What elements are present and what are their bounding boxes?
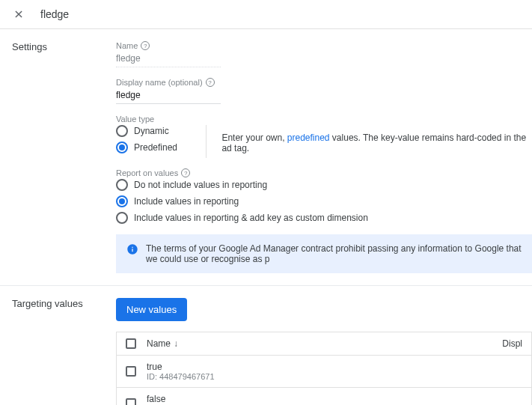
column-name[interactable]: Name ↓ xyxy=(147,338,502,349)
header: fledge xyxy=(0,0,532,29)
targeting-section: Targeting values New values Name ↓ Displ… xyxy=(0,286,532,405)
radio-label: Predefined xyxy=(134,142,177,153)
radio-icon xyxy=(116,125,128,137)
radio-icon xyxy=(116,195,128,207)
sort-down-icon: ↓ xyxy=(174,338,178,349)
info-icon xyxy=(126,243,138,255)
value-type-group: Value type Dynamic Predefined Enter your… xyxy=(116,115,532,158)
info-text: The terms of your Google Ad Manager cont… xyxy=(146,243,522,264)
row-checkbox[interactable] xyxy=(126,398,136,405)
column-display[interactable]: Displ xyxy=(502,338,522,349)
close-icon[interactable] xyxy=(12,7,25,21)
select-all-checkbox[interactable] xyxy=(126,338,136,349)
help-icon[interactable]: ? xyxy=(206,78,215,87)
radio-icon xyxy=(116,179,128,191)
radio-label: Dynamic xyxy=(134,126,169,136)
report-custom[interactable]: Include values in reporting & add key as… xyxy=(116,212,532,224)
value-type-dynamic[interactable]: Dynamic xyxy=(116,125,198,137)
report-none[interactable]: Do not include values in reporting xyxy=(116,179,532,191)
row-id: ID: 448479467671 xyxy=(147,372,522,381)
display-name-input[interactable] xyxy=(116,88,221,104)
radio-icon xyxy=(116,212,128,224)
settings-section: Settings Name ? fledge Display name (opt… xyxy=(0,29,532,286)
table-header: Name ↓ Displ xyxy=(117,332,531,356)
row-checkbox[interactable] xyxy=(126,366,136,377)
name-field-group: Name ? fledge xyxy=(116,41,532,67)
radio-label: Include values in reporting xyxy=(134,196,239,207)
display-name-label: Display name (optional) xyxy=(116,78,203,87)
report-group: Report on values ? Do not include values… xyxy=(116,168,532,224)
page-title: fledge xyxy=(40,8,69,20)
help-icon[interactable]: ? xyxy=(181,168,190,177)
row-name: true xyxy=(147,362,522,372)
report-label: Report on values xyxy=(116,168,178,177)
info-banner: The terms of your Google Ad Manager cont… xyxy=(116,234,532,273)
name-label: Name xyxy=(116,41,138,50)
display-name-field-group: Display name (optional) ? xyxy=(116,78,532,104)
name-value: fledge xyxy=(116,52,221,67)
values-table: Name ↓ Displ true ID: 448479467671 false… xyxy=(116,332,532,405)
report-include[interactable]: Include values in reporting xyxy=(116,195,532,207)
value-type-help-text: Enter your own, predefined values. The k… xyxy=(207,125,532,153)
predefined-link[interactable]: predefined xyxy=(287,133,330,143)
radio-label: Do not include values in reporting xyxy=(134,180,267,190)
targeting-label: Targeting values xyxy=(0,298,116,405)
radio-label: Include values in reporting & add key as… xyxy=(134,213,368,223)
new-values-button[interactable]: New values xyxy=(116,298,187,321)
table-row[interactable]: false ID: 448479715110 xyxy=(117,388,531,405)
row-name: false xyxy=(147,394,522,404)
help-icon[interactable]: ? xyxy=(141,41,150,50)
radio-icon xyxy=(116,141,128,153)
value-type-predefined[interactable]: Predefined xyxy=(116,141,198,153)
settings-label: Settings xyxy=(0,41,116,285)
table-row[interactable]: true ID: 448479467671 xyxy=(117,356,531,388)
value-type-label: Value type xyxy=(116,115,154,124)
